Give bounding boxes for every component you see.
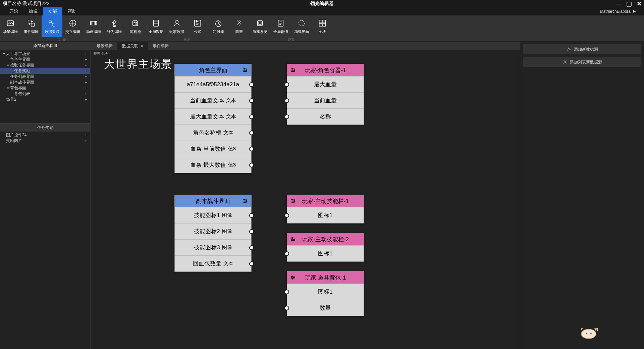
tree-row[interactable]: ▼大世界主场景+: [0, 51, 90, 57]
sliders-icon[interactable]: [242, 67, 249, 73]
node-row[interactable]: 角色名称框文本: [175, 124, 251, 141]
menu-item-3[interactable]: 帮助: [62, 7, 82, 16]
canvas-tab-1[interactable]: 数据关联✕: [117, 42, 148, 50]
port-out[interactable]: [249, 98, 254, 103]
tree-row[interactable]: 任务奖励+: [0, 68, 90, 74]
menu-item-2[interactable]: 功能: [43, 7, 62, 16]
ribbon-loading[interactable]: 加载界面: [291, 15, 312, 37]
tree-row[interactable]: 任务列表界面+: [0, 74, 90, 80]
menu-item-0[interactable]: 开始: [4, 7, 23, 16]
node-row[interactable]: 血条 最大数值值3: [175, 157, 251, 173]
inspector-button-0[interactable]: 添加新数据源: [523, 44, 641, 54]
ribbon-formula[interactable]: +公式: [187, 15, 208, 37]
node-row[interactable]: 当前血量文本文本: [175, 92, 251, 108]
close-button[interactable]: ✕: [635, 0, 643, 7]
ribbon-link[interactable]: 数据关联: [42, 15, 62, 37]
add-icon[interactable]: +: [84, 86, 88, 91]
port-out[interactable]: [249, 147, 254, 151]
port-out[interactable]: [249, 114, 254, 119]
minimize-button[interactable]: —: [615, 0, 623, 7]
ribbon-event[interactable]: 事件编辑: [21, 15, 42, 37]
add-icon[interactable]: +: [84, 80, 88, 85]
port-in[interactable]: [284, 290, 289, 294]
close-tab-icon[interactable]: ✕: [140, 44, 143, 48]
node-header[interactable]: 玩家-主动技能栏-1: [287, 195, 364, 207]
sliders-icon[interactable]: [290, 274, 297, 281]
tree-row[interactable]: 副本战斗界面+: [0, 80, 90, 85]
ribbon-random[interactable]: 随机池: [125, 15, 146, 37]
tree-row[interactable]: ▼接取任务界面+: [0, 62, 90, 68]
sidebar-header[interactable]: 添加新关联组: [0, 42, 90, 50]
port-out[interactable]: [249, 82, 254, 87]
node-row[interactable]: 技能图标3图像: [175, 239, 251, 255]
add-icon[interactable]: +: [84, 74, 88, 79]
node-row[interactable]: 血条 当前数值值3: [175, 141, 251, 157]
node-canvas[interactable]: 大世界主场景 角色主界面a71e4a5f05234a21a当前血量文本文本最大血…: [91, 57, 520, 349]
tree-row[interactable]: ▼背包界面+: [0, 85, 90, 91]
ribbon-global[interactable]: 全局数据: [146, 15, 166, 37]
port-out[interactable]: [249, 261, 254, 266]
node-header[interactable]: 玩家-角色容器-1: [287, 64, 364, 76]
node-row[interactable]: 名称: [287, 108, 364, 124]
port-out[interactable]: [249, 131, 254, 135]
port-in[interactable]: [284, 251, 289, 256]
port-out[interactable]: [249, 229, 254, 234]
node-n6[interactable]: 玩家-道具背包-1图标1数量: [287, 271, 364, 316]
ribbon-system[interactable]: 游戏系统: [250, 15, 270, 37]
ribbon-faction[interactable]: 阵营: [229, 15, 250, 37]
canvas-tab-2[interactable]: 事件编辑: [148, 42, 173, 50]
add-icon[interactable]: +: [84, 138, 88, 143]
tree-row[interactable]: 场景2+: [0, 97, 90, 102]
ribbon-tile[interactable]: 图块: [312, 15, 333, 37]
ribbon-ai[interactable]: AI行为编辑: [104, 15, 125, 37]
node-row[interactable]: 图标1: [287, 284, 364, 300]
canvas-tab-0[interactable]: 场景编辑: [92, 42, 117, 50]
add-icon[interactable]: +: [84, 91, 88, 96]
add-icon[interactable]: +: [84, 63, 88, 68]
node-row[interactable]: 技能图标2图像: [175, 223, 251, 239]
sliders-icon[interactable]: [290, 198, 297, 204]
ribbon-story[interactable]: 全局剧情: [270, 15, 291, 37]
node-n2[interactable]: 玩家-角色容器-1最大血量当前血量名称: [287, 64, 364, 125]
node-row[interactable]: 当前血量: [287, 92, 364, 108]
sliders-icon[interactable]: [290, 236, 297, 243]
tree-row[interactable]: 奖励图片+: [0, 138, 90, 144]
port-in[interactable]: [284, 114, 289, 119]
node-n1[interactable]: 角色主界面a71e4a5f05234a21a当前血量文本文本最大血量文本文本角色…: [174, 64, 252, 173]
node-row[interactable]: 回血包数量文本: [175, 255, 251, 271]
port-out[interactable]: [249, 213, 254, 218]
port-out[interactable]: [249, 163, 254, 167]
sliders-icon[interactable]: [290, 67, 297, 73]
ribbon-scene[interactable]: 场景编辑: [0, 15, 21, 37]
add-icon[interactable]: +: [84, 68, 88, 73]
node-row[interactable]: 图标1: [287, 245, 364, 261]
inspector-button-1[interactable]: 添加列表新数据源: [523, 57, 641, 67]
tree-row[interactable]: 图片控件24+: [0, 132, 90, 138]
ribbon-anim[interactable]: 动画编辑: [83, 15, 104, 37]
node-row[interactable]: 技能图标1图像: [175, 207, 251, 223]
node-n4[interactable]: 玩家-主动技能栏-1图标1: [287, 195, 364, 223]
add-icon[interactable]: +: [84, 51, 88, 56]
port-in[interactable]: [284, 213, 289, 218]
node-header[interactable]: 副本战斗界面: [175, 195, 251, 207]
port-in[interactable]: [284, 98, 289, 103]
port-in[interactable]: [284, 306, 289, 310]
node-header[interactable]: 玩家-道具背包-1: [287, 271, 364, 284]
menu-item-1[interactable]: 编辑: [23, 7, 43, 16]
node-row[interactable]: 最大血量: [287, 76, 364, 92]
port-out[interactable]: [249, 245, 254, 250]
tree-row[interactable]: 角色主界面+: [0, 57, 90, 62]
node-n5[interactable]: 玩家-主动技能栏-2图标1: [287, 233, 364, 262]
ribbon-player[interactable]: 玩家数据: [166, 15, 187, 37]
node-row[interactable]: 图标1: [287, 207, 364, 223]
node-row[interactable]: 数量: [287, 300, 364, 316]
add-icon[interactable]: +: [84, 97, 88, 102]
ribbon-timer[interactable]: 定时器: [208, 15, 229, 37]
maximize-button[interactable]: ▢: [625, 0, 633, 7]
node-row[interactable]: a71e4a5f05234a21a: [175, 76, 251, 92]
node-row[interactable]: 最大血量文本文本: [175, 108, 251, 124]
port-in[interactable]: [284, 82, 289, 87]
node-header[interactable]: 角色主界面: [175, 64, 251, 76]
add-icon[interactable]: +: [84, 57, 88, 62]
ribbon-interact[interactable]: 交互编辑: [62, 15, 83, 37]
